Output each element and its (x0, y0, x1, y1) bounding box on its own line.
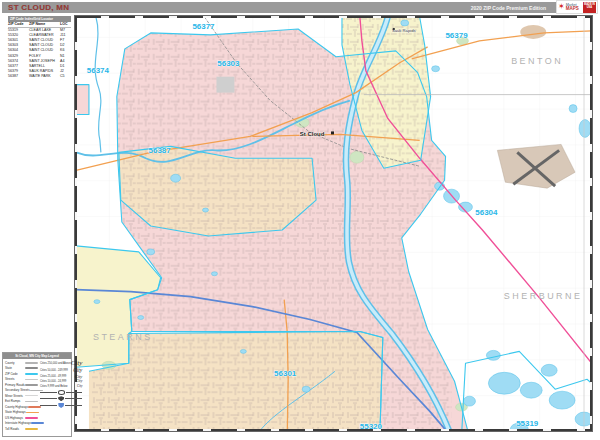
star-burst-icon: ✶ (558, 3, 565, 11)
legend-city-sample: City (77, 385, 82, 388)
table-cell: 56387 (8, 74, 29, 79)
legend-label: Streets (5, 377, 15, 381)
county-label: BENTON (511, 56, 563, 66)
legend-city-items: Cities 250,000 and AboveCityCities 50,00… (40, 359, 85, 433)
brand-name: Market MAPS (566, 4, 579, 11)
legend-city-row: Cities 10,000 - 24,999City (40, 380, 82, 384)
legend-label: Interstate Highways (5, 421, 31, 425)
legend-line-sample (25, 401, 38, 402)
zip-label: 56387 (149, 146, 172, 155)
legend-line-items: CountyStateZIP CodeStreetsPrimary RoadsS… (3, 359, 40, 433)
legend-label: ZIP Code (5, 372, 18, 376)
legend-label: Toll Roads (5, 427, 19, 431)
map-canvas: BENTONSHERBURNESTEARNS 56377563035637956… (74, 15, 593, 432)
legend-city-label: Cities 25,000 - 49,999 (40, 375, 66, 378)
table-cell: C5 (60, 74, 69, 79)
legend-city-label: Cities 250,000 and Above (40, 362, 71, 365)
legend-city-label: Cities 50,000 - 249,999 (40, 369, 68, 372)
shield-line (40, 398, 57, 399)
town-marker (393, 28, 395, 30)
city-marker (331, 131, 334, 134)
county-label: SHERBURNE (504, 291, 583, 301)
legend-label: Minor Streets (5, 394, 23, 398)
park-area (350, 151, 364, 163)
legend-city-sample: City (73, 368, 82, 374)
map-svg: BENTONSHERBURNESTEARNS 56377563035637956… (75, 16, 592, 431)
shield-line (40, 405, 57, 406)
city-label: Sauk Rapids (392, 28, 416, 33)
zip-table-body: 55319CLEAR LAKEM755320CLEARWATERJ1156301… (8, 28, 71, 79)
map-ruler-bottom (75, 429, 592, 431)
legend-label: US Highways (5, 416, 23, 420)
legend-line-sample (25, 362, 38, 365)
shield-line (65, 405, 82, 406)
legend-city-row: Cities 9,999 and BelowCity (40, 385, 82, 388)
zip-label: 56301 (274, 369, 297, 378)
made-in-usa-badge: MADE IN USA (583, 2, 596, 13)
zip-label: 56303 (217, 59, 240, 68)
brand-logo: ✶ Market MAPS MADE IN USA (556, 0, 598, 14)
legend-label: Secondary Streets (5, 388, 30, 392)
edition-label: 2020 ZIP Code Premium Edition (471, 5, 546, 11)
shield-line (66, 392, 83, 393)
map-ruler-right (590, 16, 592, 431)
legend-label: County (5, 361, 15, 365)
zip-label: 56374 (87, 66, 110, 75)
legend-line-sample (25, 367, 38, 369)
column-header: LOC (60, 22, 69, 27)
campus-area (216, 77, 234, 93)
us-route-shield (58, 396, 64, 401)
column-header: ZIP Name (29, 22, 60, 27)
legend-shield-row (40, 402, 82, 409)
legend-city-row: Cities 50,000 - 249,999City (40, 368, 82, 374)
zip-label: 56377 (192, 22, 215, 31)
street-grid-texture (91, 17, 452, 431)
legend-line-sample (25, 384, 38, 386)
legend-label: County Highways (5, 405, 28, 409)
legend-label: Exit Ramps (5, 399, 20, 403)
map-title: ST CLOUD, MN (8, 3, 69, 12)
table-cell: WAITE PARK (29, 74, 60, 79)
title-bar: ST CLOUD, MN 2020 ZIP Code Premium Editi… (2, 2, 598, 13)
column-header: ZIP Code (8, 22, 29, 27)
shield-line (40, 392, 57, 393)
map-ruler-top (75, 16, 592, 18)
legend-city-sample: City (71, 360, 83, 367)
zip-area-56374-patch (76, 85, 89, 115)
legend-row: Toll Roads (5, 426, 38, 432)
legend-label: State (5, 366, 12, 370)
state-route-shield (58, 390, 65, 395)
legend-line-sample (25, 417, 38, 419)
city-label: St Cloud (300, 131, 325, 137)
legend-city-label: Cities 9,999 and Below (40, 385, 68, 388)
legend-city-label: Cities 10,000 - 24,999 (40, 380, 66, 383)
zip-label: 55319 (516, 419, 539, 428)
zip-label: 56304 (475, 208, 498, 217)
legend-line-sample (25, 395, 38, 396)
legend-line-sample (25, 428, 38, 430)
legend-line-sample (25, 379, 38, 380)
legend-label: State Highways (5, 410, 26, 414)
zip-code-index: ZIP Code Index/Grid Locator ZIP CodeZIP … (8, 16, 71, 79)
county-label: STEARNS (93, 332, 153, 342)
shield-line (65, 398, 82, 399)
legend-label: Primary Roads (5, 383, 25, 387)
zip-label: 56379 (445, 31, 468, 40)
rural-town-area (520, 25, 546, 39)
table-row: 56387WAITE PARKC5 (8, 74, 71, 79)
map-legend: St Cloud, MN City Map Legend CountyState… (2, 352, 72, 437)
legend-line-sample (25, 373, 38, 375)
interstate-shield (58, 403, 64, 409)
legend-city-row: Cities 250,000 and AboveCity (40, 360, 82, 367)
legend-line-sample (26, 412, 39, 414)
